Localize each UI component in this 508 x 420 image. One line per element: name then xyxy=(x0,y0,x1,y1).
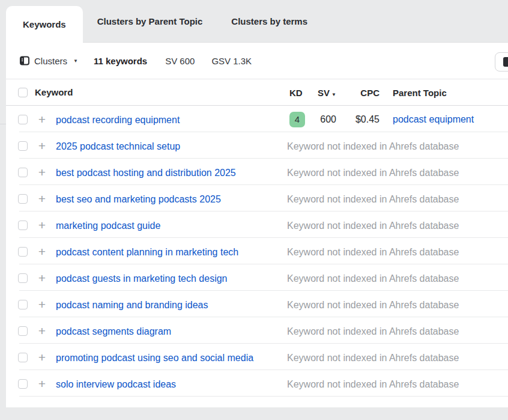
parent-topic-link[interactable]: podcast equipment xyxy=(393,114,474,125)
keyword-link[interactable]: podcast naming and branding ideas xyxy=(56,299,266,312)
panel-toggle-icon xyxy=(503,57,508,67)
sort-desc-icon: ▼ xyxy=(331,92,336,97)
table-row: +promoting podcast using seo and social … xyxy=(6,344,508,370)
sv-cell: 600 xyxy=(315,114,336,125)
add-keyword-icon[interactable]: + xyxy=(37,245,47,258)
row-metrics: 4600$0.45podcast equipment xyxy=(287,111,474,128)
not-indexed-message: Keyword not indexed in Ahrefs database xyxy=(287,246,459,259)
add-keyword-icon[interactable]: + xyxy=(37,113,47,126)
keyword-link[interactable]: marketing podcast guide xyxy=(56,219,266,233)
add-keyword-icon[interactable]: + xyxy=(37,351,47,364)
toolbar: Clusters ▼ 11 keywords SV 600 GSV 1.3K xyxy=(6,43,508,79)
background-panel-divider xyxy=(0,124,6,124)
not-indexed-message: Keyword not indexed in Ahrefs database xyxy=(287,166,459,180)
tab-keywords[interactable]: Keywords xyxy=(6,6,83,43)
tab-clusters-by-parent-topic[interactable]: Clusters by Parent Topic xyxy=(83,0,217,43)
select-all-checkbox[interactable] xyxy=(18,88,28,97)
add-keyword-icon[interactable]: + xyxy=(37,324,47,338)
not-indexed-message: Keyword not indexed in Ahrefs database xyxy=(287,325,459,338)
row-checkbox[interactable] xyxy=(18,300,28,309)
sv-total: SV 600 xyxy=(165,56,195,66)
table-row: +best podcast hosting and distribution 2… xyxy=(6,159,508,185)
table-row: +2025 podcast technical setupKeyword not… xyxy=(6,132,508,159)
add-keyword-icon[interactable]: + xyxy=(37,219,47,232)
keyword-link[interactable]: promoting podcast using seo and social m… xyxy=(56,352,266,365)
clusters-view-dropdown[interactable]: Clusters ▼ xyxy=(20,56,78,66)
keyword-count: 11 keywords xyxy=(94,56,147,66)
add-keyword-icon[interactable]: + xyxy=(37,192,47,205)
tab-clusters-by-terms[interactable]: Clusters by terms xyxy=(217,0,322,43)
gsv-total: GSV 1.3K xyxy=(211,56,252,66)
not-indexed-message: Keyword not indexed in Ahrefs database xyxy=(287,219,459,233)
tab-keywords-label: Keywords xyxy=(23,19,66,29)
add-keyword-icon[interactable]: + xyxy=(37,166,47,179)
keyword-link[interactable]: best podcast hosting and distribution 20… xyxy=(56,166,266,180)
tab-bar: Keywords Clusters by Parent Topic Cluste… xyxy=(0,0,508,43)
table-row: +podcast content planning in marketing t… xyxy=(6,238,508,264)
table-row: +solo interview podcast ideasKeyword not… xyxy=(6,370,508,397)
column-header-cpc[interactable]: CPC xyxy=(336,88,379,98)
cpc-cell: $0.45 xyxy=(336,114,379,125)
table-row: +podcast segments diagramKeyword not ind… xyxy=(6,317,508,344)
row-checkbox[interactable] xyxy=(18,353,28,362)
tab-clusters-by-terms-label: Clusters by terms xyxy=(231,16,307,26)
add-keyword-icon[interactable]: + xyxy=(37,377,47,391)
table-row: +best seo and marketing podcasts 2025Key… xyxy=(6,185,508,212)
add-keyword-icon[interactable]: + xyxy=(37,272,47,285)
row-checkbox[interactable] xyxy=(18,247,28,257)
row-checkbox[interactable] xyxy=(18,379,28,389)
not-indexed-message: Keyword not indexed in Ahrefs database xyxy=(287,378,459,391)
tab-clusters-by-parent-topic-label: Clusters by Parent Topic xyxy=(97,16,203,26)
not-indexed-message: Keyword not indexed in Ahrefs database xyxy=(287,140,459,153)
clusters-view-label: Clusters xyxy=(34,56,67,66)
not-indexed-message: Keyword not indexed in Ahrefs database xyxy=(287,272,459,285)
row-checkbox[interactable] xyxy=(18,326,28,336)
keyword-link[interactable]: podcast guests in marketing tech design xyxy=(56,272,266,285)
kd-cell: 4 xyxy=(287,112,315,127)
keyword-link[interactable]: best seo and marketing podcasts 2025 xyxy=(56,193,266,206)
not-indexed-message: Keyword not indexed in Ahrefs database xyxy=(287,299,459,312)
not-indexed-message: Keyword not indexed in Ahrefs database xyxy=(287,352,459,365)
row-checkbox[interactable] xyxy=(18,168,28,177)
keywords-panel: Clusters ▼ 11 keywords SV 600 GSV 1.3K K… xyxy=(6,42,508,407)
row-checkbox[interactable] xyxy=(18,141,28,151)
kd-badge: 4 xyxy=(289,112,305,127)
row-checkbox[interactable] xyxy=(18,115,28,124)
add-keyword-icon[interactable]: + xyxy=(37,298,47,311)
table-header: Keyword KD SV▼ CPC Parent Topic xyxy=(6,79,508,106)
table-row: +marketing podcast guideKeyword not inde… xyxy=(6,212,508,238)
table-row: +podcast guests in marketing tech design… xyxy=(6,264,508,291)
chevron-down-icon: ▼ xyxy=(73,58,78,64)
column-header-sv[interactable]: SV▼ xyxy=(315,88,336,98)
keyword-link[interactable]: solo interview podcast ideas xyxy=(56,378,266,391)
panel-toggle-button[interactable] xyxy=(495,52,508,72)
row-checkbox[interactable] xyxy=(18,273,28,283)
clusters-view-icon xyxy=(20,56,29,65)
column-header-keyword: Keyword xyxy=(35,87,73,97)
row-checkbox[interactable] xyxy=(18,221,28,230)
row-checkbox[interactable] xyxy=(18,194,28,204)
keyword-link[interactable]: podcast recording equipment xyxy=(56,114,266,127)
keyword-link[interactable]: podcast segments diagram xyxy=(56,325,266,338)
keyword-link[interactable]: podcast content planning in marketing te… xyxy=(56,246,266,259)
column-header-kd[interactable]: KD xyxy=(287,88,315,98)
table-row: +podcast naming and branding ideasKeywor… xyxy=(6,291,508,317)
not-indexed-message: Keyword not indexed in Ahrefs database xyxy=(287,193,459,206)
table-row: +podcast recording equipment4600$0.45pod… xyxy=(6,106,508,132)
add-keyword-icon[interactable]: + xyxy=(37,139,47,153)
column-header-parent-topic[interactable]: Parent Topic xyxy=(393,88,447,98)
keyword-rows: +podcast recording equipment4600$0.45pod… xyxy=(6,106,508,397)
keyword-link[interactable]: 2025 podcast technical setup xyxy=(56,140,266,153)
